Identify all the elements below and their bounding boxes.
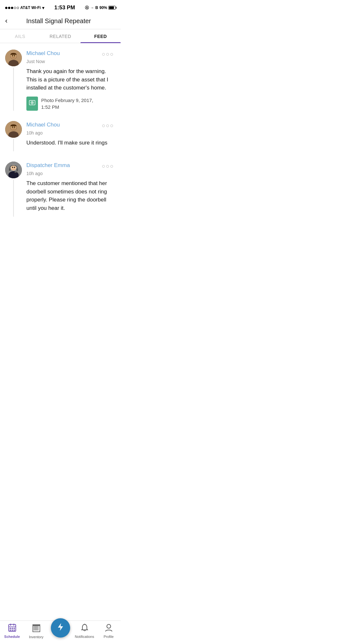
feed-item-2: Michael Chou ○○○ 10h ago Understood. I'l… [5, 121, 116, 152]
status-bar: AT&T Wi-Fi ▾ 1:53 PM Ⓐ → B 90% [0, 0, 121, 14]
feed-container: Michael Chou ○○○ Just Now Thank you agai… [0, 43, 121, 256]
avatar-michael-1 [5, 50, 22, 66]
tab-bar: AILS RELATED FEED [0, 29, 121, 43]
feed-attachment-1: Photo February 9, 2017,1:52 PM [26, 97, 116, 111]
feed-item-2-left [5, 121, 22, 152]
feed-more-2[interactable]: ○○○ [100, 122, 116, 130]
attachment-icon-1 [26, 97, 38, 111]
svg-point-18 [12, 167, 13, 168]
feed-content-3: Dispatcher Emma ○○○ 10h ago The customer… [26, 162, 116, 217]
svg-rect-20 [9, 168, 11, 171]
arrow-icon: → [90, 5, 94, 10]
feed-author-1: Michael Chou [26, 50, 60, 57]
avatar-michael-svg-2 [5, 121, 22, 138]
signal-dots [5, 7, 19, 9]
battery-fill [109, 6, 114, 9]
svg-point-8 [32, 102, 33, 103]
location-icon: Ⓐ [85, 5, 89, 11]
feed-content-2: Michael Chou ○○○ 10h ago Understood. I'l… [26, 121, 116, 152]
signal-dot-3 [11, 7, 13, 9]
header: ‹ Install Signal Repeater [0, 14, 121, 29]
feed-time-1: Just Now [26, 59, 116, 64]
battery-pct: 90% [99, 5, 107, 10]
wifi-icon: ▾ [42, 5, 44, 10]
photo-icon [29, 99, 35, 107]
signal-dot-5 [17, 7, 19, 9]
svg-point-13 [12, 126, 13, 128]
signal-dot-2 [8, 7, 10, 9]
svg-point-14 [14, 126, 15, 128]
avatar-michael-svg-1 [5, 50, 22, 66]
feed-more-1[interactable]: ○○○ [100, 50, 116, 58]
feed-text-1: Thank you again for the warning. This is… [26, 67, 116, 92]
timeline-line-2 [13, 139, 14, 152]
feed-time-3: 10h ago [26, 171, 116, 176]
svg-point-5 [14, 55, 15, 57]
feed-item-3: Dispatcher Emma ○○○ 10h ago The customer… [5, 162, 116, 217]
avatar-michael-2 [5, 121, 22, 138]
tab-details[interactable]: AILS [0, 29, 40, 43]
svg-point-4 [12, 55, 13, 57]
feed-author-3: Dispatcher Emma [26, 162, 70, 169]
timeline-line-1 [13, 68, 14, 111]
tab-related[interactable]: RELATED [40, 29, 80, 43]
avatar-dispatcher-svg [5, 162, 22, 178]
feed-time-2: 10h ago [26, 130, 116, 135]
signal-dot-4 [14, 7, 16, 9]
feed-header-2: Michael Chou ○○○ [26, 122, 116, 130]
back-button[interactable]: ‹ [5, 17, 7, 25]
page-title: Install Signal Repeater [11, 17, 106, 25]
feed-text-3: The customer mentioned that her doorbell… [26, 179, 116, 212]
feed-more-3[interactable]: ○○○ [100, 162, 116, 170]
feed-item-1: Michael Chou ○○○ Just Now Thank you agai… [5, 50, 116, 111]
status-time: 1:53 PM [54, 5, 75, 11]
carrier-label: AT&T Wi-Fi [20, 5, 41, 10]
signal-dot-1 [5, 7, 7, 9]
svg-rect-22 [14, 172, 16, 173]
tab-feed[interactable]: FEED [80, 29, 121, 43]
bluetooth-icon: B [95, 5, 98, 10]
status-left: AT&T Wi-Fi ▾ [5, 5, 44, 10]
battery-icon [108, 6, 116, 10]
svg-rect-21 [16, 168, 18, 171]
feed-header-1: Michael Chou ○○○ [26, 50, 116, 58]
timeline-line-3 [13, 180, 14, 217]
svg-point-19 [14, 167, 15, 168]
feed-content-1: Michael Chou ○○○ Just Now Thank you agai… [26, 50, 116, 111]
feed-item-1-left [5, 50, 22, 111]
attachment-label-1: Photo February 9, 2017,1:52 PM [41, 97, 93, 110]
feed-author-2: Michael Chou [26, 122, 60, 128]
feed-text-2: Understood. I'll make sure it rings [26, 139, 116, 147]
feed-item-3-left [5, 162, 22, 217]
feed-header-3: Dispatcher Emma ○○○ [26, 162, 116, 170]
avatar-dispatcher [5, 162, 22, 178]
status-right: Ⓐ → B 90% [85, 5, 116, 11]
